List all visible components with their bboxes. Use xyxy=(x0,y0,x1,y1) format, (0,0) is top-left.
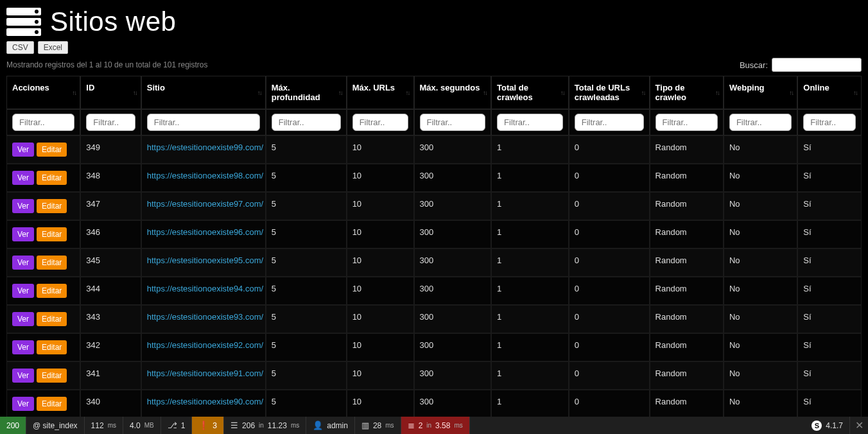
cell-max-seg: 300 xyxy=(414,192,492,220)
site-link[interactable]: https://estesitionoexiste91.com/ xyxy=(147,369,263,378)
site-link[interactable]: https://estesitionoexiste99.com/ xyxy=(147,143,263,152)
cell-prof: 5 xyxy=(266,220,347,248)
cell-total-crawleos: 1 xyxy=(491,164,569,192)
debug-route[interactable]: @ site_index xyxy=(26,417,85,434)
filter-input-ping[interactable] xyxy=(729,114,792,131)
column-header-tcraw[interactable]: Total de crawleos↑↓ xyxy=(491,76,569,109)
filter-input-turls[interactable] xyxy=(575,114,644,131)
debug-memory[interactable]: 4.0MB xyxy=(123,417,161,434)
export-excel-button[interactable]: Excel xyxy=(38,41,68,54)
view-button[interactable]: Ver xyxy=(12,397,34,411)
view-button[interactable]: Ver xyxy=(12,171,34,185)
view-button[interactable]: Ver xyxy=(12,369,34,383)
column-header-tipo[interactable]: Tipo de crawleo↑↓ xyxy=(650,76,724,109)
edit-button[interactable]: Editar xyxy=(37,199,67,213)
site-link[interactable]: https://estesitionoexiste96.com/ xyxy=(147,227,263,237)
edit-button[interactable]: Editar xyxy=(37,340,67,354)
view-button[interactable]: Ver xyxy=(12,227,34,241)
cell-total-crawleos: 1 xyxy=(491,361,569,390)
site-link[interactable]: https://estesitionoexiste98.com/ xyxy=(147,171,263,180)
cell-webping: No xyxy=(724,277,797,305)
cell-prof: 5 xyxy=(266,390,347,418)
cell-online: Sí xyxy=(797,248,862,277)
column-header-turls[interactable]: Total de URLs crawleadas↑↓ xyxy=(569,76,650,109)
view-button[interactable]: Ver xyxy=(12,199,34,213)
table-row: VerEditar344https://estesitionoexiste94.… xyxy=(6,277,862,305)
cell-id: 341 xyxy=(80,361,141,390)
cell-max-urls: 10 xyxy=(347,333,414,361)
filter-input-tcraw[interactable] xyxy=(497,114,563,131)
debug-close-button[interactable]: ✕ xyxy=(850,417,868,434)
cell-webping: No xyxy=(724,135,797,164)
table-row: VerEditar346https://estesitionoexiste96.… xyxy=(6,220,862,248)
edit-button[interactable]: Editar xyxy=(37,256,67,270)
cell-max-urls: 10 xyxy=(347,277,414,305)
filter-input-sitio[interactable] xyxy=(147,114,260,131)
site-link[interactable]: https://estesitionoexiste93.com/ xyxy=(147,312,263,322)
view-button[interactable]: Ver xyxy=(12,312,34,326)
table-info-text: Mostrando registros del 1 al 10 de un to… xyxy=(6,60,208,69)
site-link[interactable]: https://estesitionoexiste95.com/ xyxy=(147,256,263,265)
table-row: VerEditar341https://estesitionoexiste91.… xyxy=(6,361,862,390)
column-header-prof[interactable]: Máx. profundidad↑↓ xyxy=(266,76,347,109)
site-link[interactable]: https://estesitionoexiste90.com/ xyxy=(147,397,263,406)
git-branch-icon: ⎇ xyxy=(168,421,177,430)
view-button[interactable]: Ver xyxy=(12,284,34,298)
edit-button[interactable]: Editar xyxy=(37,284,67,298)
cell-total-urls: 0 xyxy=(569,192,650,220)
column-header-online[interactable]: Online↑↓ xyxy=(797,76,862,109)
column-header-id[interactable]: ID↑↓ xyxy=(80,76,141,109)
edit-button[interactable]: Editar xyxy=(37,171,67,185)
column-header-acciones[interactable]: Acciones↑↓ xyxy=(6,76,80,109)
filter-input-id[interactable] xyxy=(86,114,135,131)
cell-max-urls: 10 xyxy=(347,220,414,248)
edit-button[interactable]: Editar xyxy=(37,369,67,383)
cell-total-urls: 0 xyxy=(569,361,650,390)
table-row: VerEditar349https://estesitionoexiste99.… xyxy=(6,135,862,164)
cell-prof: 5 xyxy=(266,305,347,333)
debug-twig[interactable]: ▥ 28 ms xyxy=(355,417,401,434)
cell-online: Sí xyxy=(797,277,862,305)
cell-sitio: https://estesitionoexiste91.com/ xyxy=(141,361,266,390)
close-icon: ✕ xyxy=(855,419,864,431)
debug-time[interactable]: 112ms xyxy=(85,417,123,434)
filter-input-murls[interactable] xyxy=(352,114,408,131)
column-header-murls[interactable]: Máx. URLs↑↓ xyxy=(347,76,414,109)
site-link[interactable]: https://estesitionoexiste94.com/ xyxy=(147,284,263,293)
export-csv-button[interactable]: CSV xyxy=(6,41,34,54)
debug-warnings[interactable]: ❗ 3 xyxy=(192,417,224,434)
template-icon: ▥ xyxy=(361,421,369,430)
debug-db[interactable]: ≣ 2 in 3.58 ms xyxy=(401,417,470,434)
cell-online: Sí xyxy=(797,333,862,361)
edit-button[interactable]: Editar xyxy=(37,227,67,241)
filter-input-tipo[interactable] xyxy=(655,114,718,131)
column-header-ping[interactable]: Webping↑↓ xyxy=(724,76,797,109)
edit-button[interactable]: Editar xyxy=(37,397,67,411)
view-button[interactable]: Ver xyxy=(12,256,34,270)
debug-branch[interactable]: ⎇ 1 xyxy=(161,417,193,434)
filter-input-prof[interactable] xyxy=(272,114,341,131)
column-header-sitio[interactable]: Sitio↑↓ xyxy=(141,76,266,109)
view-button[interactable]: Ver xyxy=(12,143,34,157)
layers-icon: ☰ xyxy=(230,421,238,430)
debug-symfony-version[interactable]: S 4.1.7 xyxy=(805,417,850,434)
view-button[interactable]: Ver xyxy=(12,340,34,354)
filter-input-acciones[interactable] xyxy=(12,114,74,131)
cell-total-urls: 0 xyxy=(569,277,650,305)
debug-status[interactable]: 200 xyxy=(0,417,26,434)
page-title: Sitios web xyxy=(50,6,176,37)
debug-user[interactable]: 👤 admin xyxy=(306,417,355,434)
edit-button[interactable]: Editar xyxy=(37,143,67,157)
edit-button[interactable]: Editar xyxy=(37,312,67,326)
site-link[interactable]: https://estesitionoexiste92.com/ xyxy=(147,340,263,350)
cell-max-seg: 300 xyxy=(414,305,492,333)
cell-max-urls: 10 xyxy=(347,192,414,220)
cell-max-urls: 10 xyxy=(347,390,414,418)
site-link[interactable]: https://estesitionoexiste97.com/ xyxy=(147,199,263,209)
table-row: VerEditar340https://estesitionoexiste90.… xyxy=(6,390,862,418)
column-header-mseg[interactable]: Máx. segundos↑↓ xyxy=(414,76,492,109)
debug-stack[interactable]: ☰ 206 in 11.23 ms xyxy=(224,417,306,434)
search-input[interactable] xyxy=(772,58,862,72)
filter-input-online[interactable] xyxy=(803,114,856,131)
filter-input-mseg[interactable] xyxy=(420,114,486,131)
